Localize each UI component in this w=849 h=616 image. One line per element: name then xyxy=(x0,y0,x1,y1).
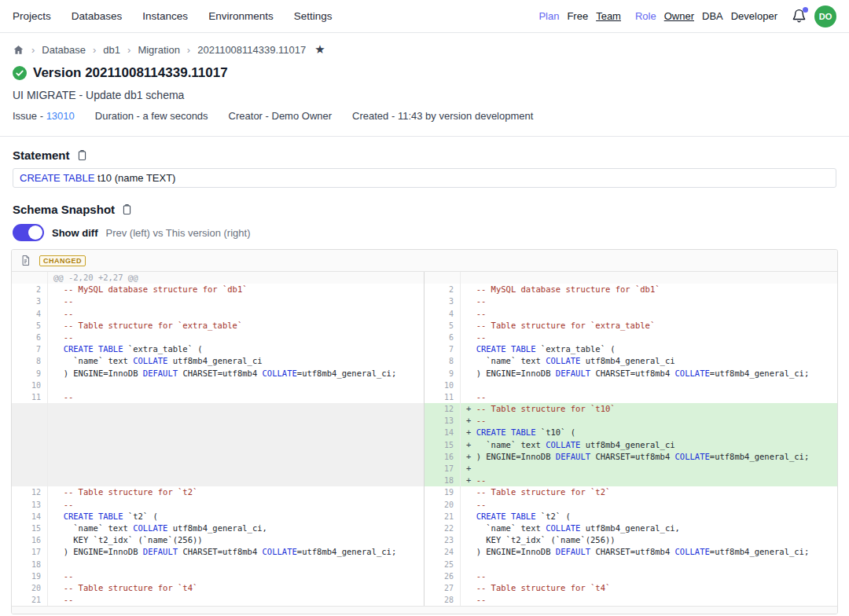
bookmark-star-icon[interactable]: ★ xyxy=(314,42,325,57)
line-number: 20 xyxy=(424,499,461,511)
code-line xyxy=(48,451,424,463)
line-number: 10 xyxy=(12,380,48,391)
code-line: -- Table structure for `t2` xyxy=(48,486,424,498)
diff-row: 11 -- xyxy=(424,391,837,403)
code-line: + -- xyxy=(461,415,837,427)
diff-toggle-row: Show diff Prev (left) vs This version (r… xyxy=(0,224,849,241)
breadcrumb-migration[interactable]: Migration xyxy=(138,44,179,56)
code-line: + ) ENGINE=InnoDB DEFAULT CHARSET=utf8mb… xyxy=(461,451,837,463)
nav-databases[interactable]: Databases xyxy=(72,10,123,22)
line-number: 27 xyxy=(424,582,461,594)
role-owner-link[interactable]: Owner xyxy=(664,10,694,22)
toggle-knob xyxy=(28,226,42,240)
code-line: -- xyxy=(461,295,837,307)
statement-heading: Statement xyxy=(13,148,70,162)
code-line: ) ENGINE=InnoDB DEFAULT CHARSET=utf8mb4 … xyxy=(461,546,837,558)
notification-bell-icon[interactable] xyxy=(792,9,807,24)
diff-pane-current: 2 -- MySQL database structure for `db1`3… xyxy=(424,272,837,606)
notification-dot xyxy=(803,7,808,13)
diff-footer xyxy=(12,606,837,614)
diff-row: 7 CREATE TABLE `extra_table` ( xyxy=(424,343,837,355)
line-number: 17 xyxy=(12,546,48,558)
success-check-icon xyxy=(13,66,27,80)
line-number xyxy=(12,427,48,438)
issue-link[interactable]: 13010 xyxy=(46,110,75,122)
line-number xyxy=(12,451,48,463)
diff-row: 8 `name` text COLLATE utf8mb4_general_ci xyxy=(424,355,837,367)
code-line: ) ENGINE=InnoDB DEFAULT CHARSET=utf8mb4 … xyxy=(48,546,424,558)
nav-environments[interactable]: Environments xyxy=(208,10,274,22)
diff-row: 20 -- Table structure for `t4` xyxy=(12,582,424,594)
line-number: 4 xyxy=(424,308,461,320)
line-number: 15 xyxy=(424,439,461,451)
diff-row: 14+ CREATE TABLE `t10` ( xyxy=(424,427,837,438)
version-description: UI MIGRATE - Update db1 schema xyxy=(0,89,849,103)
nav-right-cluster: Plan Free Team Role Owner DBA Developer … xyxy=(538,6,836,28)
line-number: 21 xyxy=(12,594,48,606)
breadcrumb-version[interactable]: 20211008114339.11017 xyxy=(197,44,306,56)
code-line: -- xyxy=(48,332,424,343)
file-icon xyxy=(20,255,31,266)
nav-projects[interactable]: Projects xyxy=(13,10,51,22)
line-number xyxy=(12,463,48,475)
diff-row: 22 `name` text COLLATE utf8mb4_general_c… xyxy=(424,522,837,534)
plan-team-link[interactable]: Team xyxy=(596,10,621,22)
code-line: -- xyxy=(461,391,837,403)
nav-instances[interactable]: Instances xyxy=(142,10,188,22)
snapshot-heading-row: Schema Snapshot xyxy=(0,201,849,217)
role-developer-link[interactable]: Developer xyxy=(731,10,777,22)
diff-row: 26 -- xyxy=(424,570,837,582)
plan-value: Free xyxy=(567,10,588,22)
diff-row xyxy=(12,427,424,438)
home-icon[interactable] xyxy=(13,44,24,56)
line-number: 28 xyxy=(424,594,461,606)
diff-row: 20 -- xyxy=(424,499,837,511)
copy-snapshot-icon[interactable] xyxy=(121,204,133,215)
line-number: 22 xyxy=(424,522,461,534)
breadcrumb-separator: › xyxy=(187,44,190,56)
nav-settings[interactable]: Settings xyxy=(294,10,333,22)
show-diff-toggle[interactable] xyxy=(13,224,44,241)
avatar[interactable]: DO xyxy=(814,6,836,28)
code-line xyxy=(461,559,837,570)
code-line: -- MySQL database structure for `db1` xyxy=(461,284,837,295)
code-line: -- Table structure for `t4` xyxy=(461,582,837,594)
line-number xyxy=(12,415,48,427)
diff-row xyxy=(12,439,424,451)
code-line: CREATE TABLE `t2` ( xyxy=(48,511,424,522)
diff-row: 4 -- xyxy=(424,308,837,320)
line-number: 14 xyxy=(424,427,461,438)
diff-row: 2 -- MySQL database structure for `db1` xyxy=(12,284,424,295)
line-number: 16 xyxy=(12,534,48,546)
code-line xyxy=(48,415,424,427)
diff-row: 17+ xyxy=(424,463,837,475)
code-line: -- xyxy=(461,499,837,511)
line-number: 12 xyxy=(12,486,48,498)
code-line: CREATE TABLE `extra_table` ( xyxy=(461,343,837,355)
line-number: 8 xyxy=(12,355,48,367)
version-title-row: Version 20211008114339.11017 xyxy=(0,64,849,82)
diff-row: 6 -- xyxy=(12,332,424,343)
code-line: -- xyxy=(48,570,424,582)
code-line xyxy=(461,272,837,284)
diff-row: 2 -- MySQL database structure for `db1` xyxy=(424,284,837,295)
diff-row: 17 ) ENGINE=InnoDB DEFAULT CHARSET=utf8m… xyxy=(12,546,424,558)
code-line: + -- Table structure for `t10` xyxy=(461,403,837,415)
copy-statement-icon[interactable] xyxy=(76,149,88,161)
changed-badge: CHANGED xyxy=(39,255,86,266)
show-diff-hint: Prev (left) vs This version (right) xyxy=(106,227,251,239)
code-line: CREATE TABLE `extra_table` ( xyxy=(48,343,424,355)
diff-row: 24 ) ENGINE=InnoDB DEFAULT CHARSET=utf8m… xyxy=(424,546,837,558)
code-line xyxy=(48,559,424,570)
breadcrumb-db1[interactable]: db1 xyxy=(103,44,120,56)
breadcrumb-database[interactable]: Database xyxy=(42,44,86,56)
code-line xyxy=(48,403,424,415)
line-number: 6 xyxy=(12,332,48,343)
code-line: `name` text COLLATE utf8mb4_general_ci xyxy=(461,355,837,367)
line-number: 11 xyxy=(12,391,48,403)
line-number: 5 xyxy=(12,320,48,332)
diff-row: 19 -- xyxy=(12,570,424,582)
diff-row xyxy=(12,403,424,415)
role-dba-link[interactable]: DBA xyxy=(702,10,723,22)
line-number: 25 xyxy=(424,559,461,570)
